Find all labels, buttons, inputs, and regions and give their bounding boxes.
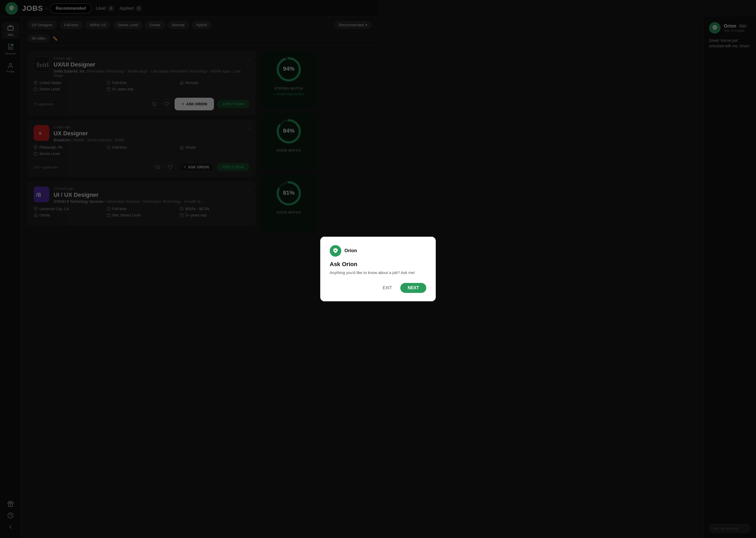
modal-overlay: Orion Ask Orion Anything you'd like to k… bbox=[0, 0, 378, 269]
modal-title: Ask Orion bbox=[330, 261, 378, 268]
ask-orion-modal: Orion Ask Orion Anything you'd like to k… bbox=[320, 237, 378, 269]
modal-orion-name: Orion bbox=[344, 248, 357, 253]
modal-orion-header: Orion bbox=[330, 245, 378, 257]
modal-orion-logo bbox=[330, 245, 341, 257]
